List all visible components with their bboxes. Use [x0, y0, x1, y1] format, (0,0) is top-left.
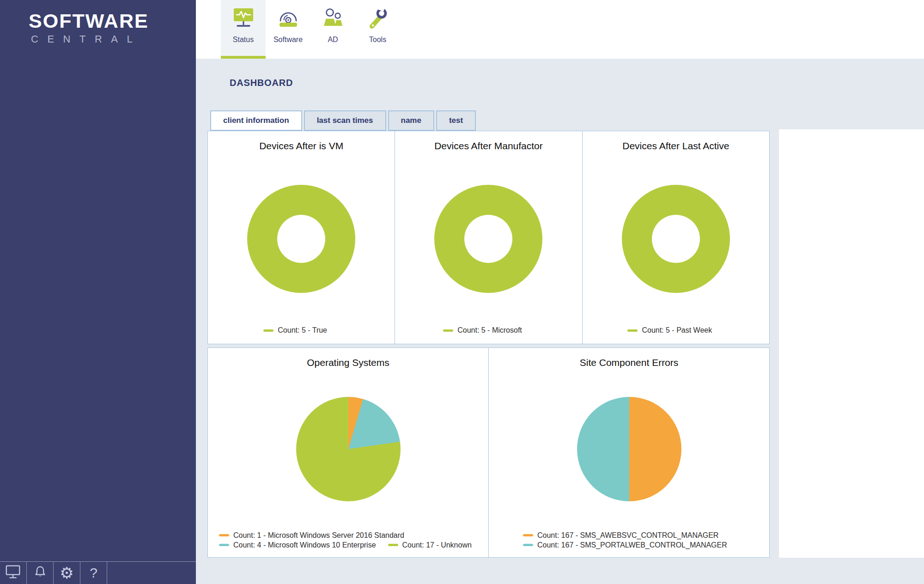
bell-icon: [32, 564, 48, 582]
chart-legend: Count: 167 - SMS_AWEBSVC_CONTROL_MANAGER…: [523, 530, 739, 550]
legend-marker: [627, 329, 638, 332]
legend-item: Count: 5 - True: [263, 326, 327, 335]
logo-text-central: CENTRAL: [29, 33, 149, 45]
chart-row-top: Devices After is VM Count: 5 - True Devi…: [207, 131, 770, 344]
chart-title: Site Component Errors: [489, 357, 769, 368]
donut-chart-devices-after-is-vm: [247, 185, 355, 293]
chart-title: Operating Systems: [208, 357, 488, 368]
legend-label: Count: 167 - SMS_AWEBSVC_CONTROL_MANAGER: [537, 531, 718, 540]
status-icon: [231, 6, 256, 33]
donut-chart-devices-after-manufactor: [434, 185, 542, 293]
donut-chart-devices-after-last-active: [622, 185, 730, 293]
legend-marker: [523, 534, 533, 536]
tab-name[interactable]: name: [388, 110, 434, 131]
chart-panel-devices-after-last-active: Devices After Last Active Count: 5 - Pas…: [582, 131, 769, 344]
page-title: DASHBOARD: [230, 78, 293, 88]
legend-marker: [263, 329, 274, 332]
nav-item-software[interactable]: Software: [266, 0, 310, 59]
tab-test[interactable]: test: [436, 110, 476, 131]
chart-panel-site-component-errors: Site Component Errors Count: 167 - SMS_A…: [488, 348, 769, 557]
chart-legend: Count: 5 - True: [208, 326, 395, 335]
legend-label: Count: 5 - Past Week: [642, 326, 712, 335]
legend-item: Count: 1 - Microsoft Windows Server 2016…: [219, 531, 404, 540]
legend-label: Count: 167 - SMS_PORTALWEB_CONTROL_MANAG…: [537, 541, 727, 549]
app-logo: SOFTWARE CENTRAL: [29, 10, 149, 45]
donut-hole: [652, 215, 700, 263]
legend-marker: [523, 544, 533, 546]
monitor-icon: [5, 564, 22, 582]
legend-item: Count: 167 - SMS_AWEBSVC_CONTROL_MANAGER: [523, 531, 718, 540]
tools-wrench-icon: [365, 6, 391, 33]
donut-hole: [277, 215, 325, 263]
help-icon: ?: [90, 566, 97, 580]
tab-last-scan-times[interactable]: last scan times: [304, 110, 386, 131]
chart-title: Devices After Last Active: [583, 140, 769, 152]
legend-item: Count: 5 - Microsoft: [443, 326, 522, 335]
chart-title: Devices After is VM: [208, 140, 395, 152]
legend-marker: [388, 544, 398, 546]
notifications-button[interactable]: [27, 562, 54, 584]
legend-marker: [219, 544, 229, 546]
settings-button[interactable]: ⚙: [54, 562, 80, 584]
donut-hole: [464, 215, 512, 263]
active-directory-users-icon: [320, 6, 346, 33]
nav-item-status[interactable]: Status: [221, 0, 266, 59]
legend-marker: [219, 534, 229, 536]
legend-item: Count: 17 - Unknown: [388, 541, 472, 549]
legend-item: Count: 4 - Microsoft Windows 10 Enterpri…: [219, 541, 376, 549]
chart-legend: Count: 5 - Past Week: [583, 326, 769, 335]
software-icon: [275, 6, 301, 33]
main-nav: Status Software: [221, 0, 400, 59]
legend-label: Count: 1 - Microsoft Windows Server 2016…: [233, 531, 404, 540]
logo-text-software: SOFTWARE: [29, 10, 149, 32]
nav-label-ad: AD: [328, 36, 338, 44]
chart-panel-devices-after-is-vm: Devices After is VM Count: 5 - True: [208, 131, 395, 344]
legend-label: Count: 5 - True: [278, 326, 327, 335]
nav-label-software: Software: [274, 36, 303, 44]
chart-legend: Count: 5 - Microsoft: [395, 326, 582, 335]
pie-chart-operating-systems: [296, 397, 401, 501]
chart-row-bottom: Operating Systems Count: 1 - Microsoft W…: [207, 347, 770, 558]
remote-desktop-button[interactable]: [0, 562, 27, 584]
legend-item: Count: 5 - Past Week: [627, 326, 712, 335]
tab-client-information[interactable]: client information: [210, 110, 302, 131]
legend-item: Count: 167 - SMS_PORTALWEB_CONTROL_MANAG…: [523, 541, 727, 549]
chart-panel-devices-after-manufactor: Devices After Manufactor Count: 5 - Micr…: [395, 131, 582, 344]
legend-label: Count: 5 - Microsoft: [457, 326, 522, 335]
nav-item-tools[interactable]: Tools: [355, 0, 400, 59]
legend-label: Count: 4 - Microsoft Windows 10 Enterpri…: [233, 541, 376, 549]
help-button[interactable]: ?: [80, 562, 107, 584]
pie-chart-site-component-errors: [577, 397, 681, 501]
legend-label: Count: 17 - Unknown: [402, 541, 472, 549]
legend-marker: [443, 329, 453, 332]
nav-label-status: Status: [233, 36, 254, 44]
nav-label-tools: Tools: [369, 36, 386, 44]
chart-title: Devices After Manufactor: [395, 140, 582, 152]
chart-legend: Count: 1 - Microsoft Windows Server 2016…: [219, 530, 484, 550]
sidebar: SOFTWARE CENTRAL ⚙ ?: [0, 0, 196, 584]
sidebar-footer: ⚙ ?: [0, 561, 196, 584]
empty-dashboard-panel: [779, 129, 924, 558]
dashboard-tab-bar: client information last scan times name …: [210, 110, 478, 131]
top-bar: Status Software: [196, 0, 924, 59]
nav-item-ad[interactable]: AD: [310, 0, 355, 59]
gear-icon: ⚙: [60, 565, 73, 581]
chart-panel-operating-systems: Operating Systems Count: 1 - Microsoft W…: [208, 348, 488, 557]
